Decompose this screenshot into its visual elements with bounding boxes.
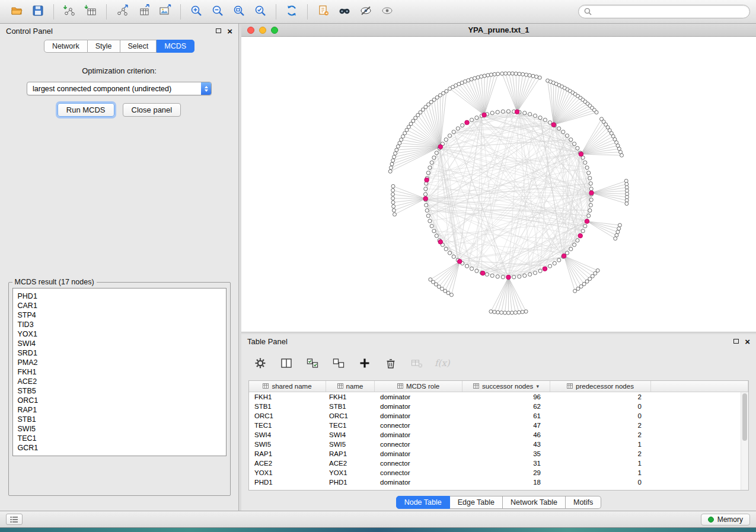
memory-button[interactable]: Memory — [701, 514, 750, 525]
export-table-button[interactable] — [133, 3, 154, 21]
clone-network-button[interactable] — [312, 3, 334, 21]
mcds-result-item[interactable]: STB5 — [18, 386, 221, 396]
search-binoculars-button[interactable] — [334, 3, 355, 21]
minimize-window-icon[interactable] — [259, 27, 266, 34]
mcds-result-item[interactable]: YOX1 — [18, 329, 221, 339]
plus-button[interactable] — [356, 356, 373, 373]
table-row[interactable]: TEC1TEC1connector472 — [249, 421, 748, 430]
mcds-result-item[interactable]: PHD1 — [18, 291, 221, 301]
export-network-button[interactable] — [111, 3, 133, 21]
close-panel-icon[interactable]: × — [227, 27, 232, 36]
status-bar: Memory — [0, 511, 756, 527]
network-canvas[interactable] — [241, 37, 756, 332]
mcds-result-item[interactable]: SWI5 — [18, 424, 221, 434]
table-body: FKH1FKH1dominator962STB1STB1dominator620… — [249, 392, 748, 487]
maximize-window-icon[interactable] — [271, 27, 278, 34]
table-row[interactable]: ORC1ORC1dominator610 — [249, 411, 748, 421]
gear-button[interactable] — [252, 356, 269, 373]
table-row[interactable]: FKH1FKH1dominator962 — [249, 392, 748, 402]
table-grid-icon — [263, 383, 269, 390]
tab-network[interactable]: Network — [44, 40, 88, 53]
hide-graphics-details-button[interactable] — [355, 3, 377, 21]
import-table-icon — [84, 4, 97, 20]
refresh-view-button[interactable] — [281, 3, 302, 21]
table-row[interactable]: SWI4SWI4dominator462 — [249, 430, 748, 440]
table-row[interactable]: RAP1RAP1dominator352 — [249, 449, 748, 459]
import-network-button[interactable] — [59, 3, 80, 21]
tab-node-table[interactable]: Node Table — [396, 496, 450, 509]
mcds-result-item[interactable]: TID3 — [18, 320, 221, 329]
tab-style[interactable]: Style — [88, 40, 120, 53]
table-cell: 18 — [462, 479, 550, 486]
task-history-button[interactable] — [6, 514, 23, 525]
tab-edge-table[interactable]: Edge Table — [450, 496, 503, 509]
show-graphics-details-button[interactable] — [377, 3, 398, 21]
table-scrollbar[interactable] — [741, 392, 748, 490]
mcds-result-list[interactable]: PHD1CAR1STP4TID3YOX1SWI4SRD1PMA2FKH1ACE2… — [12, 288, 227, 456]
mcds-result-item[interactable]: CAR1 — [18, 301, 221, 310]
close-panel-button[interactable]: Close panel — [123, 103, 181, 117]
table-cell: 2 — [550, 393, 651, 400]
scrollbar-thumb[interactable] — [742, 393, 747, 441]
table-cell: connector — [375, 422, 462, 429]
table-row[interactable]: YOX1YOX1connector291 — [249, 468, 748, 477]
open-file-button[interactable] — [6, 3, 27, 21]
node-table: shared namenameMCDS rolesuccessor nodes▾… — [248, 380, 749, 491]
table-row[interactable]: SWI5SWI5connector431 — [249, 440, 748, 449]
mcds-result-item[interactable]: ORC1 — [18, 396, 221, 405]
column-header-successor-nodes[interactable]: successor nodes▾ — [462, 381, 550, 392]
import-table-button[interactable] — [80, 3, 101, 21]
columns-button[interactable] — [278, 356, 295, 373]
select-stepper-icon — [201, 82, 211, 95]
float-table-panel-icon[interactable] — [733, 339, 739, 344]
column-header-name[interactable]: name — [326, 381, 375, 392]
table-cell: 2 — [550, 431, 651, 438]
trash-button[interactable] — [382, 356, 399, 373]
search-input[interactable] — [595, 7, 744, 17]
table-row[interactable]: PHD1PHD1dominator180 — [249, 477, 748, 487]
column-header-predecessor-nodes[interactable]: predecessor nodes — [550, 381, 651, 392]
mcds-result-item[interactable]: RAP1 — [18, 405, 221, 415]
select-all-button[interactable] — [304, 356, 321, 373]
optimization-criterion-select[interactable]: largest connected component (undirected) — [27, 82, 212, 95]
save-session-button[interactable] — [27, 3, 49, 21]
close-table-panel-icon[interactable]: × — [745, 337, 750, 346]
run-mcds-button[interactable]: Run MCDS — [58, 103, 114, 117]
zoom-selected-button[interactable] — [250, 3, 271, 21]
deselect-all-button[interactable] — [330, 356, 347, 373]
tab-network-table[interactable]: Network Table — [503, 496, 566, 509]
zoom-in-icon — [190, 4, 203, 20]
mcds-result-item[interactable]: SRD1 — [18, 348, 221, 358]
mcds-result-item[interactable]: STP4 — [18, 310, 221, 320]
tab-select[interactable]: Select — [120, 40, 157, 53]
toolbar-separator — [180, 4, 181, 20]
trash-icon — [384, 357, 397, 372]
mcds-result-item[interactable]: ACE2 — [18, 377, 221, 386]
mcds-result-item[interactable]: FKH1 — [18, 367, 221, 377]
mcds-result-item[interactable]: GCR1 — [18, 443, 221, 453]
export-image-button[interactable] — [154, 3, 176, 21]
close-window-icon[interactable] — [247, 27, 254, 34]
column-header-MCDS-role[interactable]: MCDS role — [375, 381, 462, 392]
mcds-result-item[interactable]: TEC1 — [18, 434, 221, 443]
float-panel-icon[interactable] — [216, 28, 221, 33]
zoom-out-button[interactable] — [207, 3, 228, 21]
main-toolbar — [0, 0, 756, 24]
export-table-icon — [137, 4, 150, 20]
tab-motifs[interactable]: Motifs — [566, 496, 601, 509]
mcds-result-item[interactable]: SWI4 — [18, 339, 221, 348]
table-row[interactable]: ACE2ACE2connector311 — [249, 459, 748, 468]
mcds-result-item[interactable]: PMA2 — [18, 358, 221, 367]
show-graphics-details-icon — [381, 4, 394, 20]
zoom-fit-button[interactable] — [228, 3, 250, 21]
sort-chevron-icon: ▾ — [536, 383, 539, 389]
mcds-result-item[interactable]: STB1 — [18, 415, 221, 424]
tab-mcds[interactable]: MCDS — [157, 40, 194, 53]
column-header-shared-name[interactable]: shared name — [249, 381, 326, 392]
network-window-titlebar[interactable]: YPA_prune.txt_1 — [241, 24, 756, 37]
table-row[interactable]: STB1STB1dominator620 — [249, 402, 748, 411]
table-cell: ACE2 — [249, 460, 326, 467]
network-view[interactable] — [241, 37, 756, 332]
search-box[interactable] — [578, 5, 750, 18]
zoom-in-button[interactable] — [186, 3, 207, 21]
